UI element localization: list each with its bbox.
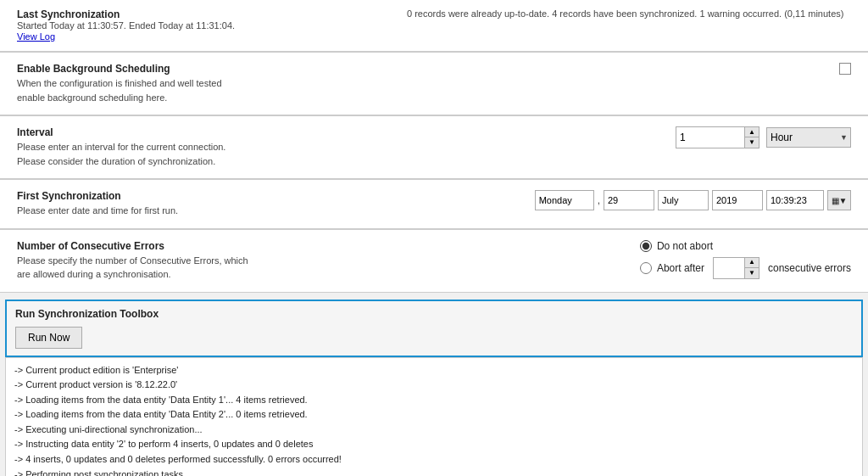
- log-line: -> Instructing data entity '2' to perfor…: [14, 437, 854, 452]
- first-sync-right: , ▦▼: [535, 190, 851, 210]
- first-sync-section: First Synchronization Please enter date …: [0, 180, 868, 229]
- consecutive-errors-left: Number of Consecutive Errors Please spec…: [17, 240, 373, 282]
- log-line: -> Loading items from the data entity 'D…: [14, 407, 854, 423]
- interval-right: ▲ ▼ Hour Minute Day Week: [676, 126, 851, 148]
- enable-bg-desc1: When the configuration is finished and w…: [17, 76, 373, 91]
- consecutive-errors-section: Number of Consecutive Errors Please spec…: [0, 230, 868, 293]
- enable-bg-title: Enable Background Scheduling: [17, 63, 373, 75]
- log-line: -> Current product edition is 'Enterpris…: [14, 363, 854, 378]
- enable-bg-section: Enable Background Scheduling When the co…: [0, 53, 868, 115]
- interval-desc2: Please consider the duration of synchron…: [17, 154, 373, 169]
- interval-title: Interval: [17, 126, 373, 138]
- abort-value-input[interactable]: [714, 258, 744, 278]
- log-line: -> Executing uni-directional synchroniza…: [14, 423, 854, 438]
- do-not-abort-row: Do not abort: [640, 240, 851, 252]
- interval-unit-select[interactable]: Hour Minute Day Week: [766, 127, 851, 148]
- enable-bg-left: Enable Background Scheduling When the co…: [17, 63, 373, 104]
- view-log-link[interactable]: View Log: [17, 31, 55, 42]
- enable-bg-desc2: enable background scheduling here.: [17, 91, 373, 105]
- log-line: -> Current product version is '8.12.22.0…: [14, 378, 854, 393]
- toolbox-section: Run Synchronization Toolbox Run Now: [5, 300, 863, 357]
- enable-bg-checkbox[interactable]: [839, 63, 851, 75]
- date-sep1: ,: [598, 194, 600, 206]
- do-not-abort-radio[interactable]: [640, 240, 652, 252]
- interval-input[interactable]: [676, 127, 744, 148]
- consecutive-errors-title: Number of Consecutive Errors: [17, 240, 373, 252]
- interval-desc1: Please enter an interval for the current…: [17, 140, 373, 154]
- consecutive-errors-desc1: Please specify the number of Consecutive…: [17, 254, 373, 268]
- last-sync-title: Last Synchronization: [17, 8, 373, 20]
- last-sync-detail: Started Today at 11:30:57. Ended Today a…: [17, 20, 373, 31]
- consecutive-errors-suffix: consecutive errors: [768, 262, 851, 274]
- run-now-button[interactable]: Run Now: [15, 327, 82, 349]
- first-sync-left: First Synchronization Please enter date …: [17, 190, 373, 218]
- year-field[interactable]: [712, 190, 763, 210]
- abort-value-wrap: ▲ ▼: [713, 257, 760, 279]
- abort-after-label: Abort after: [657, 262, 704, 274]
- consecutive-errors-radio-group: Do not abort Abort after ▲ ▼ consecutive…: [640, 240, 851, 279]
- abort-after-row: Abort after ▲ ▼ consecutive errors: [640, 257, 851, 279]
- interval-num-wrap: ▲ ▼: [676, 126, 760, 148]
- last-sync-right: 0 records were already up-to-date. 4 rec…: [373, 8, 851, 19]
- interval-spin: ▲ ▼: [744, 127, 759, 148]
- main-container: Last Synchronization Started Today at 11…: [0, 0, 868, 476]
- last-sync-left: Last Synchronization Started Today at 11…: [17, 8, 373, 42]
- interval-up-button[interactable]: ▲: [745, 127, 759, 137]
- month-field[interactable]: [658, 190, 709, 210]
- calendar-button[interactable]: ▦▼: [827, 190, 851, 210]
- date-picker-row: , ▦▼: [535, 190, 851, 210]
- interval-left: Interval Please enter an interval for th…: [17, 126, 373, 168]
- log-output: -> Current product edition is 'Enterpris…: [5, 357, 863, 477]
- first-sync-title: First Synchronization: [17, 190, 373, 202]
- log-line: -> 4 inserts, 0 updates and 0 deletes pe…: [14, 452, 854, 468]
- log-line: -> Performing post synchronization tasks…: [14, 468, 854, 476]
- consecutive-errors-right: Do not abort Abort after ▲ ▼ consecutive…: [640, 240, 851, 279]
- log-line: -> Loading items from the data entity 'D…: [14, 393, 854, 408]
- enable-bg-right: [839, 63, 851, 75]
- consecutive-errors-desc2: are allowed during a synchronisation.: [17, 267, 373, 282]
- interval-down-button[interactable]: ▼: [745, 137, 759, 148]
- day-num-field[interactable]: [604, 190, 654, 210]
- day-name-field[interactable]: [535, 190, 594, 210]
- interval-section: Interval Please enter an interval for th…: [0, 116, 868, 179]
- last-sync-section: Last Synchronization Started Today at 11…: [0, 0, 868, 52]
- time-field[interactable]: [766, 190, 824, 210]
- abort-up-button[interactable]: ▲: [745, 258, 759, 268]
- first-sync-desc: Please enter date and time for first run…: [17, 204, 373, 218]
- hour-select-wrapper: Hour Minute Day Week: [766, 127, 851, 148]
- calendar-icon: ▦▼: [832, 196, 848, 205]
- abort-down-button[interactable]: ▼: [745, 268, 759, 278]
- do-not-abort-label: Do not abort: [657, 240, 713, 252]
- toolbox-title: Run Synchronization Toolbox: [15, 308, 853, 320]
- abort-spin: ▲ ▼: [744, 258, 759, 278]
- abort-after-radio[interactable]: [640, 262, 652, 274]
